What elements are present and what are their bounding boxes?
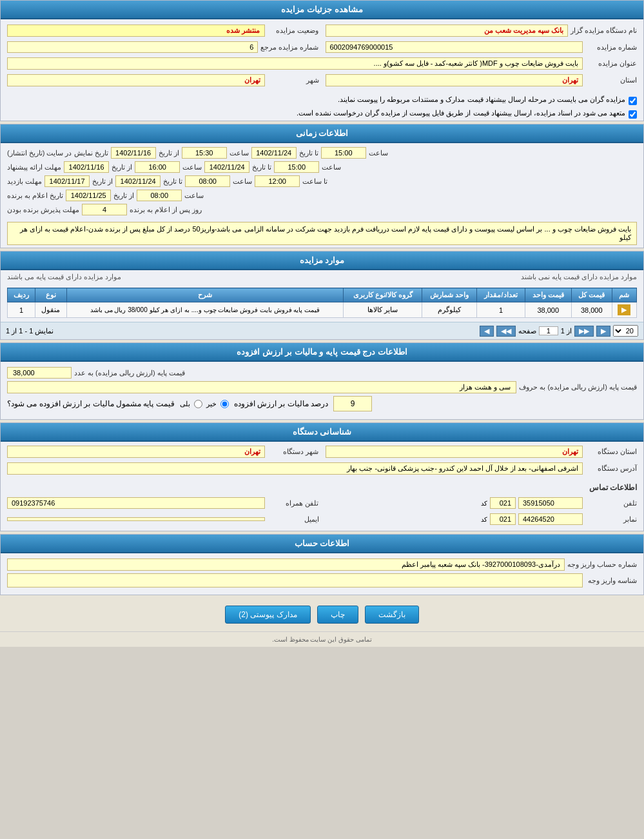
vat-no-label: خیر [206,400,217,408]
offer-time-row: ساعت 15:00 تا تاریخ 1402/11/24 ساعت 16:0… [7,161,637,173]
docs-button[interactable]: مدارک پیوستی (2) [225,606,310,624]
cell-desc: قیمت پایه فروش بایت فروش ضایعات چوب و...… [66,302,343,318]
base-price-text-label: قیمت پایه (ارزش ریالی مزایده) به حروف [519,383,637,391]
page-next-btn[interactable]: ▶ [596,326,610,337]
winner-label: تاریخ اعلام به برنده [7,192,63,200]
visit-label: مهلت بازدید [7,177,42,186]
status-row: وضعیت مزایده منتشر شده [7,25,319,37]
device-info-header: شناسانی دستگاه [1,423,643,442]
col-unit-price: قیمت واحد [525,288,571,302]
display-from-date: 1402/11/16 [111,147,156,159]
base-price-text-value: سی و هشت هزار [7,381,516,393]
visit-to-date-label: تا تاریخ [163,177,182,186]
checkbox2-row: متعهد می شود در اسناد مزایده، ارسال بیشن… [1,107,643,121]
page-label: صفحه [518,327,536,335]
visit-to-time: 12:00 [255,175,300,187]
device-province-label: استان دستگاه [585,448,637,456]
cell-num[interactable]: ▶ [612,302,636,318]
auction-number-row: شماره مزایده 6002094769000015 [326,41,638,53]
base-price-num-value: 38,000 [7,367,72,379]
fax-code: 021 [490,513,516,525]
per-page-select[interactable]: 20 [613,325,638,337]
offer-to-time-label: ساعت [322,163,341,172]
page-prev2-btn[interactable]: ◀◀ [496,326,516,337]
vat-no-radio[interactable] [220,400,229,408]
checkbox1-label: مزایده گران می بایست در مرحله ارسال بیشن… [338,95,625,104]
title-row: عنوان مزایده بایت فروش ضایعات چوب و MDF(… [7,57,637,70]
ref-label: شماره مزایده مرجع [260,43,318,52]
fax-label: نمابر [585,515,637,524]
checkbox2[interactable] [629,110,637,119]
offer-to-date-label: تا تاریخ [252,163,271,172]
offer-to-time: 15:00 [274,161,319,173]
col-type: نوع [35,288,67,302]
page-controls[interactable]: 20 ▶ ▶▶ از 1 صفحه ◀◀ ◀ [480,325,638,337]
footer-buttons: بازگشت چاپ مدارک پیوستی (2) [0,598,644,631]
items-table: شم قیمت کل قیمت واحد تعداد/مقدار واحد شم… [7,288,637,318]
offer-from-date-label: از تاریخ [112,163,132,172]
device-city-row: شهر دستگاه تهران [7,446,319,458]
acceptance-value: 4 [82,204,127,215]
page-next2-btn[interactable]: ▶▶ [574,326,594,337]
pagination-row: 20 ▶ ▶▶ از 1 صفحه ◀◀ ◀ نمایش 1 - 1 از 1 [1,322,643,339]
visit-from-date-label: از تاریخ [92,177,113,186]
checkbox1[interactable] [629,97,637,105]
title-value: بایت فروش ضایعات چوب و MDF( کانتر شعبه-ک… [7,57,583,70]
visit-to-date: 1402/11/24 [115,175,161,187]
email-label: ایمیل [268,515,319,524]
cell-unit: کیلوگرم [422,302,477,318]
offer-from-date: 1402/11/16 [64,161,109,173]
checkbox2-label: متعهد می شود در اسناد مزایده، ارسال بیشن… [297,109,625,117]
device-address-row: آدرس دستگاه اشرفی اصفهانی- بعد از خلال آ… [7,462,637,475]
display-to-time: 15:00 [321,147,366,159]
page-prev-btn[interactable]: ◀ [480,326,494,337]
device-province-value: تهران [326,446,583,458]
title-label: عنوان مزایده [585,59,637,68]
bank-section-title: اطلاعات حساب [295,538,350,548]
vat-percent-value: 9 [351,399,355,408]
row-arrow-btn[interactable]: ▶ [618,304,630,315]
city-row: شهر تهران [7,74,319,86]
mobile-label: تلفن همراه [268,499,319,508]
col-row: ردیف [8,288,35,302]
visit-to-time-label: تا ساعت [302,177,327,186]
display-from-date-label: از تاریخ [159,149,179,157]
col-desc: شرح [66,288,343,302]
device-city-label: شهر دستگاه [268,448,319,456]
ref-number-row: شماره مزایده مرجع 6 [7,41,319,53]
cell-row: 1 [8,302,35,318]
display-from-time-label: ساعت [229,149,249,157]
of-pages: از 1 [561,327,572,335]
vat-radio-row[interactable]: خیر بلی [180,397,229,411]
fax-value: 44264520 [518,513,583,525]
organizer-label: نام دستگاه مزایده گزار [571,26,637,35]
desc-box: بایت فروش ضایعات چوب و ... بر اساس لیست … [7,222,637,245]
vat-question: قیمت پایه مشمول مالیات بر ارزش افزوده می… [7,399,175,408]
base-price-text-row: قیمت پایه (ارزش ریالی مزایده) به حروف سی… [7,381,637,393]
acceptance-label: مهلت پذیرش برنده بودن [7,206,79,214]
vat-yes-radio[interactable] [194,400,202,408]
display-time-label: ساعت [369,149,388,157]
fax-row: نمابر 44264520 021 کد [326,513,638,525]
device-city-value: تهران [7,446,265,458]
back-button[interactable]: بازگشت [365,606,419,624]
visit-from-date: 1402/11/17 [44,175,90,187]
organizer-value: بانک سپه مدیریت شعب من [326,25,568,37]
page-input[interactable] [539,326,558,335]
vat-yes-label: بلی [180,400,190,408]
section-title: مشاهده جزئیات مزایده [281,5,362,14]
account-value: درآمدی-3927000108093- بانک سپه شعبه پیام… [7,558,565,571]
footer-note: تمامی حقوق این سایت محفوظ است. [0,631,644,647]
base-price-section: اطلاعات درج قیمت پایه و مالیات بر ارزش ا… [0,342,644,420]
acceptance-unit: روز پس از اعلام به برنده [130,206,202,214]
phone-label: تلفن [585,499,637,508]
auction-details-section: مشاهده جزئیات مزایده نام دستگاه مزایده گ… [0,0,644,121]
col-num: شم [612,288,636,302]
mobile-value: 09192375746 [7,497,265,509]
items-section-title: موارد مزایده [300,255,345,265]
print-button[interactable]: چاپ [317,606,358,624]
city-value: تهران [7,74,265,86]
table-row: ▶ 38,000 38,000 1 کیلوگرم سایر کالاها قی… [8,302,637,318]
visit-from-time: 08:00 [185,175,230,187]
winner-time-row: ساعت 08:00 از تاریخ 1402/11/25 تاریخ اعل… [7,190,637,201]
